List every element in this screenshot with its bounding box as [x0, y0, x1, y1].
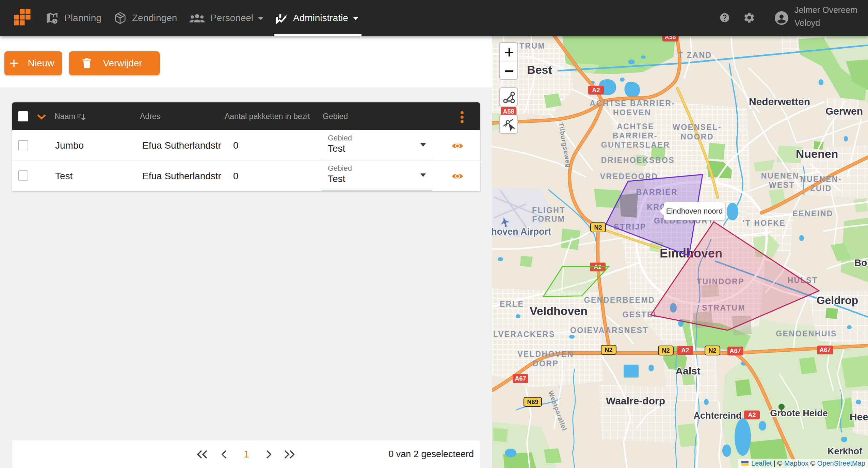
svg-text:Gerwen: Gerwen	[825, 105, 863, 117]
svg-text:Groote Heide: Groote Heide	[770, 408, 828, 418]
svg-text:NUENEN-: NUENEN-	[800, 175, 842, 184]
svg-text:A2: A2	[681, 347, 689, 354]
svg-text:A2: A2	[592, 87, 600, 94]
svg-text:A67: A67	[515, 375, 526, 382]
svg-text:A2: A2	[748, 412, 756, 418]
svg-text:GUNTERSLAER: GUNTERSLAER	[601, 140, 670, 149]
svg-text:FORUM: FORUM	[532, 215, 565, 223]
svg-text:WEST: WEST	[769, 181, 795, 189]
svg-text:OOIEVAARSNEST: OOIEVAARSNEST	[570, 326, 648, 335]
svg-text:Waalre-dorp: Waalre-dorp	[606, 395, 665, 406]
svg-text:T ZAND: T ZAND	[678, 51, 712, 60]
svg-text:A67: A67	[819, 347, 831, 353]
svg-text:Nuenen: Nuenen	[796, 147, 838, 160]
svg-text:Heeze: Heeze	[850, 411, 868, 422]
svg-text:'T HOFKE: 'T HOFKE	[743, 219, 786, 228]
svg-text:ERLE: ERLE	[500, 300, 524, 308]
svg-text:Kerkhof: Kerkhof	[827, 446, 863, 456]
svg-text:NOORD: NOORD	[680, 132, 714, 141]
svg-text:Aalst: Aalst	[675, 365, 700, 377]
svg-text:N2: N2	[662, 347, 670, 354]
svg-text:Best: Best	[527, 63, 552, 76]
svg-text:N2: N2	[708, 347, 716, 354]
svg-text:HOEVEN: HOEVEN	[613, 108, 651, 117]
svg-text:N2: N2	[605, 347, 612, 353]
svg-text:N69: N69	[527, 399, 538, 405]
svg-text:ZUID: ZUID	[810, 184, 832, 193]
svg-text:Veldhoven: Veldhoven	[530, 304, 588, 317]
svg-text:ACHTSE BARRIER-: ACHTSE BARRIER-	[590, 99, 675, 108]
svg-text:DORP: DORP	[533, 359, 559, 368]
svg-text:hoven Airport: hoven Airport	[492, 227, 551, 237]
svg-text:A67: A67	[729, 348, 741, 354]
svg-text:Achtereind: Achtereind	[693, 411, 741, 421]
svg-text:BARRIER-: BARRIER-	[613, 131, 658, 140]
svg-text:WOENSEL-: WOENSEL-	[673, 123, 722, 132]
svg-text:A58: A58	[503, 108, 514, 115]
svg-text:DRIEHOEKSBOS: DRIEHOEKSBOS	[601, 156, 675, 165]
svg-text:VELDHOVEN: VELDHOVEN	[517, 350, 574, 358]
svg-text:ACHTSE: ACHTSE	[617, 122, 654, 131]
svg-text:FLIGHT: FLIGHT	[532, 206, 565, 215]
svg-text:LVERACKERS: LVERACKERS	[493, 330, 555, 339]
svg-text:N2: N2	[594, 224, 602, 231]
svg-text:GENDERBEEMD: GENDERBEEMD	[584, 296, 655, 304]
svg-text:Geldrop: Geldrop	[817, 294, 858, 306]
svg-text:A58: A58	[664, 36, 676, 40]
svg-text:Bosp: Bosp	[854, 257, 868, 268]
svg-text:NUENEN-: NUENEN-	[761, 171, 803, 180]
svg-text:EENEIND: EENEIND	[792, 209, 833, 218]
svg-text:Nederwetten: Nederwetten	[749, 96, 810, 107]
svg-text:GENOENHUIS: GENOENHUIS	[776, 329, 837, 338]
